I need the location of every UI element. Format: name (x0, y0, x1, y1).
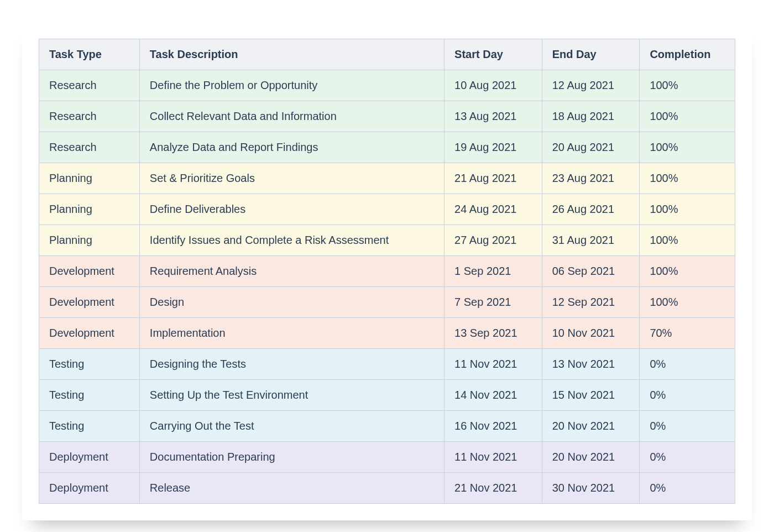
cell-completion: 0% (640, 411, 735, 442)
cell-completion: 100% (640, 70, 735, 101)
cell-task-description: Define Deliverables (139, 194, 444, 225)
cell-end-day: 13 Nov 2021 (542, 349, 640, 380)
table-header-row: Task Type Task Description Start Day End… (39, 39, 735, 70)
col-end-day: End Day (542, 39, 640, 70)
cell-task-description: Analyze Data and Report Findings (139, 132, 444, 163)
table-row: PlanningIdentify Issues and Complete a R… (39, 225, 735, 256)
cell-task-type: Testing (39, 411, 140, 442)
cell-task-description: Identify Issues and Complete a Risk Asse… (139, 225, 444, 256)
cell-end-day: 12 Sep 2021 (542, 287, 640, 318)
cell-start-day: 7 Sep 2021 (444, 287, 542, 318)
cell-task-type: Testing (39, 380, 140, 411)
table-row: PlanningDefine Deliverables24 Aug 202126… (39, 194, 735, 225)
cell-start-day: 14 Nov 2021 (444, 380, 542, 411)
cell-task-type: Testing (39, 349, 140, 380)
col-task-description: Task Description (139, 39, 444, 70)
cell-task-description: Implementation (139, 318, 444, 349)
cell-task-description: Designing the Tests (139, 349, 444, 380)
cell-task-description: Release (139, 473, 444, 504)
cell-task-description: Define the Problem or Opportunity (139, 70, 444, 101)
cell-task-type: Planning (39, 163, 140, 194)
cell-end-day: 30 Nov 2021 (542, 473, 640, 504)
cell-end-day: 23 Aug 2021 (542, 163, 640, 194)
table-header: Task Type Task Description Start Day End… (39, 39, 735, 70)
table-row: ResearchCollect Relevant Data and Inform… (39, 101, 735, 132)
cell-completion: 0% (640, 442, 735, 473)
cell-end-day: 12 Aug 2021 (542, 70, 640, 101)
cell-completion: 100% (640, 101, 735, 132)
cell-end-day: 10 Nov 2021 (542, 318, 640, 349)
cell-start-day: 11 Nov 2021 (444, 349, 542, 380)
cell-start-day: 21 Aug 2021 (444, 163, 542, 194)
col-start-day: Start Day (444, 39, 542, 70)
cell-task-type: Development (39, 256, 140, 287)
table-row: DeploymentDocumentation Preparing11 Nov … (39, 442, 735, 473)
cell-task-description: Documentation Preparing (139, 442, 444, 473)
cell-start-day: 19 Aug 2021 (444, 132, 542, 163)
cell-completion: 0% (640, 380, 735, 411)
cell-completion: 100% (640, 225, 735, 256)
cell-task-type: Research (39, 101, 140, 132)
cell-task-type: Research (39, 132, 140, 163)
cell-start-day: 27 Aug 2021 (444, 225, 542, 256)
table-row: TestingSetting Up the Test Environment14… (39, 380, 735, 411)
cell-end-day: 15 Nov 2021 (542, 380, 640, 411)
table-row: DeploymentRelease21 Nov 202130 Nov 20210… (39, 473, 735, 504)
cell-task-type: Development (39, 287, 140, 318)
cell-task-description: Set & Prioritize Goals (139, 163, 444, 194)
cell-completion: 0% (640, 473, 735, 504)
cell-completion: 100% (640, 256, 735, 287)
table-row: DevelopmentImplementation13 Sep 202110 N… (39, 318, 735, 349)
task-table: Task Type Task Description Start Day End… (39, 39, 735, 504)
cell-start-day: 10 Aug 2021 (444, 70, 542, 101)
cell-start-day: 13 Sep 2021 (444, 318, 542, 349)
cell-end-day: 20 Nov 2021 (542, 442, 640, 473)
cell-task-type: Planning (39, 194, 140, 225)
cell-completion: 70% (640, 318, 735, 349)
table-body: ResearchDefine the Problem or Opportunit… (39, 70, 735, 504)
cell-start-day: 1 Sep 2021 (444, 256, 542, 287)
cell-completion: 100% (640, 163, 735, 194)
col-completion: Completion (640, 39, 735, 70)
cell-task-type: Planning (39, 225, 140, 256)
cell-task-type: Deployment (39, 473, 140, 504)
cell-task-type: Development (39, 318, 140, 349)
cell-completion: 0% (640, 349, 735, 380)
cell-task-type: Research (39, 70, 140, 101)
cell-task-description: Requirement Analysis (139, 256, 444, 287)
cell-end-day: 18 Aug 2021 (542, 101, 640, 132)
cell-task-type: Deployment (39, 442, 140, 473)
cell-completion: 100% (640, 287, 735, 318)
table-row: ResearchDefine the Problem or Opportunit… (39, 70, 735, 101)
col-task-type: Task Type (39, 39, 140, 70)
cell-start-day: 21 Nov 2021 (444, 473, 542, 504)
table-row: ResearchAnalyze Data and Report Findings… (39, 132, 735, 163)
table-row: TestingCarrying Out the Test16 Nov 20212… (39, 411, 735, 442)
table-row: DevelopmentDesign7 Sep 202112 Sep 202110… (39, 287, 735, 318)
table-row: DevelopmentRequirement Analysis1 Sep 202… (39, 256, 735, 287)
cell-end-day: 26 Aug 2021 (542, 194, 640, 225)
cell-task-description: Carrying Out the Test (139, 411, 444, 442)
cell-task-description: Setting Up the Test Environment (139, 380, 444, 411)
cell-task-description: Collect Relevant Data and Information (139, 101, 444, 132)
cell-end-day: 20 Aug 2021 (542, 132, 640, 163)
cell-start-day: 13 Aug 2021 (444, 101, 542, 132)
cell-start-day: 11 Nov 2021 (444, 442, 542, 473)
cell-end-day: 06 Sep 2021 (542, 256, 640, 287)
table-row: TestingDesigning the Tests11 Nov 202113 … (39, 349, 735, 380)
cell-start-day: 24 Aug 2021 (444, 194, 542, 225)
task-table-card: Task Type Task Description Start Day End… (22, 22, 752, 520)
cell-completion: 100% (640, 194, 735, 225)
cell-completion: 100% (640, 132, 735, 163)
cell-start-day: 16 Nov 2021 (444, 411, 542, 442)
cell-end-day: 20 Nov 2021 (542, 411, 640, 442)
table-row: PlanningSet & Prioritize Goals21 Aug 202… (39, 163, 735, 194)
cell-task-description: Design (139, 287, 444, 318)
cell-end-day: 31 Aug 2021 (542, 225, 640, 256)
